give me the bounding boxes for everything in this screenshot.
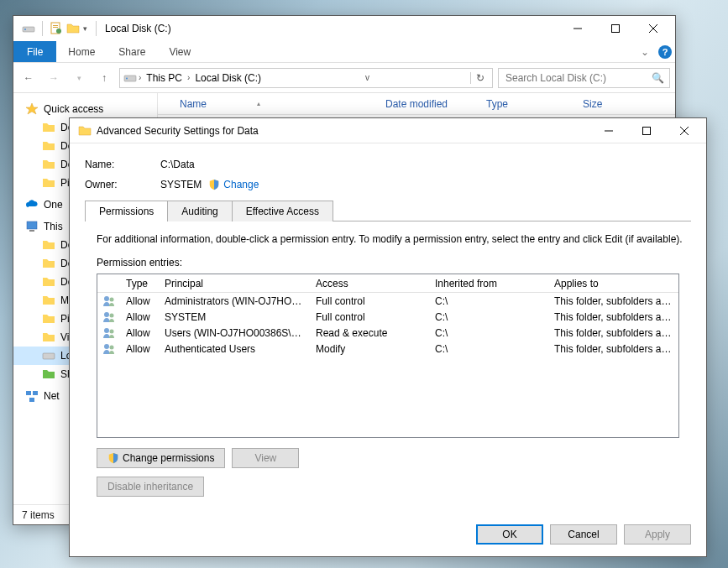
svg-point-24: [104, 312, 109, 317]
column-headers: Name▴ Date modified Type Size: [158, 93, 675, 115]
svg-rect-4: [53, 27, 58, 28]
col-inherited[interactable]: Inherited from: [430, 278, 549, 289]
chevron-right-icon[interactable]: ›: [137, 73, 143, 82]
svg-point-22: [104, 296, 109, 301]
permission-row[interactable]: AllowAdministrators (WIN-OJ7HO0…Full con…: [97, 293, 678, 309]
permission-row[interactable]: AllowAuthenticated UsersModifyC:\This fo…: [97, 341, 678, 357]
col-type[interactable]: Type: [479, 98, 576, 110]
svg-point-5: [56, 29, 61, 34]
col-name[interactable]: Name▴: [173, 98, 379, 110]
breadcrumb-bar[interactable]: › This PC › Local Disk (C:) v ↻: [119, 68, 493, 88]
security-dialog: Advanced Security Settings for Data Name…: [69, 117, 707, 557]
svg-point-28: [104, 344, 109, 349]
help-button[interactable]: ?: [655, 41, 675, 62]
cell-principal: Administrators (WIN-OJ7HO0…: [160, 295, 311, 307]
permission-row[interactable]: AllowSYSTEMFull controlC:\This folder, s…: [97, 309, 678, 325]
drive-crumb-icon: [123, 71, 137, 85]
grid-header: Type Principal Access Inherited from App…: [97, 274, 678, 293]
refresh-button[interactable]: ↻: [470, 72, 489, 84]
cancel-button[interactable]: Cancel: [550, 524, 617, 545]
qat-dropdown-icon[interactable]: ▾: [83, 24, 87, 33]
drive-icon: [22, 22, 35, 35]
videos-icon: [42, 331, 55, 344]
star-icon: [25, 102, 39, 116]
name-label: Name:: [85, 159, 160, 170]
svg-rect-3: [53, 25, 58, 26]
explorer-title: Local Disk (C:): [105, 23, 171, 34]
col-type[interactable]: Type: [121, 278, 160, 289]
entries-label: Permission entries:: [97, 257, 691, 268]
sidebar-quick-access[interactable]: Quick access: [13, 100, 157, 118]
explorer-titlebar: ▾ Local Disk (C:): [13, 16, 675, 41]
item-count: 7 items: [22, 509, 55, 521]
permission-row[interactable]: AllowUsers (WIN-OJ7HO00386S\Us…Read & ex…: [97, 325, 678, 341]
ribbon-expand-icon[interactable]: ⌄: [635, 41, 655, 62]
back-button[interactable]: ←: [18, 68, 39, 88]
close-button[interactable]: [634, 17, 672, 40]
view-tab[interactable]: View: [157, 41, 202, 62]
cell-inherited: C:\: [430, 343, 549, 355]
address-bar: ← → ▾ ↑ › This PC › Local Disk (C:) v ↻ …: [13, 63, 675, 93]
maximize-button[interactable]: [596, 17, 634, 40]
users-icon: [102, 342, 116, 356]
tab-auditing[interactable]: Auditing: [167, 201, 232, 221]
svg-rect-17: [29, 398, 34, 402]
breadcrumb-thispc[interactable]: This PC: [143, 72, 186, 84]
cell-access: Read & execute: [311, 327, 430, 339]
network-icon: [25, 389, 39, 403]
minimize-button[interactable]: [589, 119, 627, 143]
folder-icon: [42, 275, 55, 289]
change-owner-link[interactable]: Change: [223, 179, 259, 190]
cell-applies: This folder, subfolders and files: [549, 295, 678, 307]
dialog-title: Advanced Security Settings for Data: [97, 125, 259, 137]
col-size[interactable]: Size: [576, 98, 643, 110]
new-folder-icon[interactable]: [66, 22, 80, 35]
apply-button[interactable]: Apply: [624, 524, 691, 545]
cloud-icon: [25, 198, 39, 211]
search-box[interactable]: 🔍: [498, 68, 670, 88]
cell-applies: This folder, subfolders and files: [549, 343, 678, 355]
home-tab[interactable]: Home: [56, 41, 107, 62]
share-tab[interactable]: Share: [107, 41, 157, 62]
svg-point-1: [24, 29, 26, 30]
search-icon[interactable]: 🔍: [652, 72, 664, 84]
owner-label: Owner:: [85, 179, 160, 190]
disable-inheritance-button[interactable]: Disable inheritance: [97, 477, 204, 497]
svg-point-27: [110, 329, 114, 333]
view-button[interactable]: View: [232, 448, 299, 468]
svg-rect-13: [29, 230, 34, 232]
minimize-button[interactable]: [558, 17, 596, 40]
cell-type: Allow: [121, 311, 160, 323]
ok-button[interactable]: OK: [476, 524, 543, 545]
properties-icon[interactable]: [50, 22, 63, 35]
tab-effective-access[interactable]: Effective Access: [232, 201, 333, 221]
tab-strip: Permissions Auditing Effective Access: [85, 201, 691, 221]
svg-rect-12: [27, 221, 37, 229]
svg-point-29: [110, 345, 114, 349]
breadcrumb-location[interactable]: Local Disk (C:): [191, 72, 264, 84]
cell-applies: This folder, subfolders and files: [549, 311, 678, 323]
file-tab[interactable]: File: [13, 41, 56, 62]
folder-icon: [42, 158, 55, 171]
col-date[interactable]: Date modified: [379, 98, 479, 110]
col-applies[interactable]: Applies to: [549, 278, 678, 289]
cell-type: Allow: [121, 343, 160, 355]
maximize-button[interactable]: [627, 119, 665, 143]
permission-grid: Type Principal Access Inherited from App…: [97, 274, 679, 438]
change-permissions-button[interactable]: Change permissions: [97, 448, 225, 468]
recent-dropdown-icon[interactable]: ▾: [69, 68, 89, 88]
up-button[interactable]: ↑: [94, 68, 114, 88]
dialog-titlebar: Advanced Security Settings for Data: [70, 118, 706, 143]
forward-button[interactable]: →: [44, 68, 64, 88]
breadcrumb-dropdown-icon[interactable]: v: [362, 73, 373, 82]
users-icon: [102, 326, 116, 340]
search-input[interactable]: [504, 71, 652, 85]
col-principal[interactable]: Principal: [160, 278, 311, 289]
close-button[interactable]: [665, 119, 703, 143]
tab-permissions[interactable]: Permissions: [85, 201, 168, 221]
chevron-right-icon[interactable]: ›: [186, 73, 191, 82]
folder-icon: [42, 139, 55, 153]
col-access[interactable]: Access: [311, 278, 430, 289]
svg-point-23: [110, 297, 114, 301]
svg-point-25: [110, 313, 114, 317]
